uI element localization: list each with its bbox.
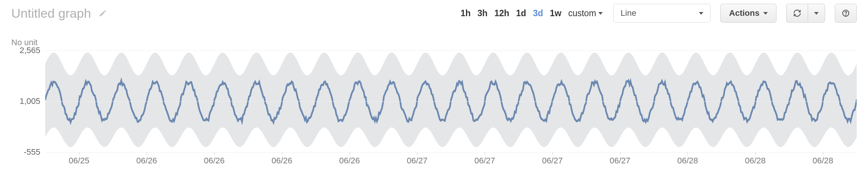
toolbar: Untitled graph 1h3h12h1d3d1wcustom Line … [0,0,868,23]
x-tick-label: 06/27 [474,156,495,166]
x-tick-mark [552,152,553,155]
actions-button[interactable]: Actions [720,4,776,23]
x-tick-label: 06/28 [813,156,833,166]
gridline [45,101,857,102]
x-tick-mark [350,152,350,155]
time-range-selector: 1h3h12h1d3d1wcustom [460,8,603,18]
chevron-down-icon [699,12,703,15]
x-tick-mark [417,152,417,155]
help-button[interactable] [835,4,857,23]
x-tick-mark [214,152,215,155]
x-tick-label: 06/28 [745,156,766,166]
refresh-button-group [786,4,825,23]
y-tick-label: -555 [24,147,40,157]
x-tick-label: 06/27 [407,156,428,166]
refresh-button[interactable] [786,4,808,23]
time-range-12h[interactable]: 12h [494,8,509,18]
actions-button-label: Actions [729,8,760,18]
x-tick-label: 06/25 [69,156,89,166]
x-tick-mark [688,152,688,155]
time-range-1d[interactable]: 1d [516,8,526,18]
x-tick-mark [147,152,147,155]
title-area: Untitled graph [11,6,107,21]
refresh-menu-button[interactable] [808,4,825,23]
x-tick-label: 06/26 [339,156,360,166]
svg-point-1 [845,15,846,15]
pencil-icon[interactable] [99,9,107,17]
x-tick-label: 06/26 [272,156,292,166]
unit-label: No unit [11,38,857,47]
x-tick-mark [823,152,823,155]
help-icon [842,9,850,17]
chart-type-select[interactable]: Line [613,4,711,23]
x-tick-mark [485,152,485,155]
chart-area: No unit -5551,0052,565 06/2506/2606/2606… [11,38,857,167]
x-tick-label: 06/27 [542,156,563,166]
x-tick-mark [755,152,756,155]
time-range-3h[interactable]: 3h [477,8,487,18]
chevron-down-icon [763,12,768,15]
time-range-1w[interactable]: 1w [550,8,561,18]
y-axis-ticks: -5551,0052,565 [11,50,43,152]
time-range-3d[interactable]: 3d [533,8,543,18]
y-tick-label: 1,005 [20,96,40,106]
chevron-down-icon [598,12,603,15]
y-tick-label: 2,565 [20,46,40,55]
graph-title[interactable]: Untitled graph [11,6,91,21]
x-tick-label: 06/26 [136,156,157,166]
gridline [45,50,857,51]
time-range-1h[interactable]: 1h [460,8,471,18]
x-tick-label: 06/26 [204,156,225,166]
x-tick-mark [620,152,620,155]
x-axis-ticks: 06/2506/2606/2606/2606/2606/2706/2706/27… [45,152,857,167]
x-tick-label: 06/27 [610,156,630,166]
x-tick-mark [79,152,79,155]
chevron-down-icon [814,12,819,15]
time-range-custom[interactable]: custom [568,8,603,18]
x-tick-mark [282,152,282,155]
refresh-icon [793,9,801,17]
time-range-custom-label: custom [568,8,596,18]
x-tick-label: 06/28 [677,156,698,166]
plot-region[interactable]: -5551,0052,565 [45,50,857,152]
chart-type-value: Line [620,8,636,18]
